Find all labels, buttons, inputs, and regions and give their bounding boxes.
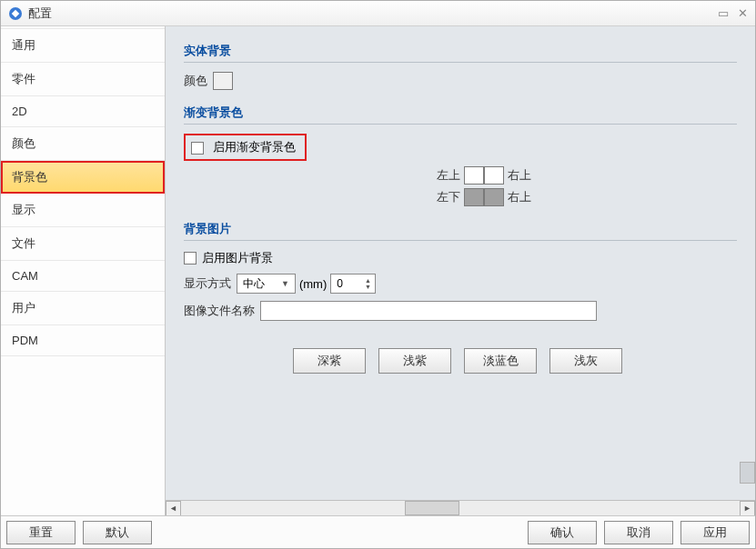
footer-left-buttons: 重置 默认	[6, 521, 152, 544]
label-enable-gradient: 启用渐变背景色	[213, 140, 296, 154]
preset-light-gray[interactable]: 浅灰	[549, 348, 622, 374]
row-enable-image: 启用图片背景	[184, 250, 737, 266]
row-solid-color: 颜色	[184, 72, 737, 90]
scroll-thumb[interactable]	[405, 501, 459, 515]
scroll-track[interactable]	[181, 501, 740, 515]
button-label: 重置	[29, 525, 53, 539]
sidebar-item-2d[interactable]: 2D	[1, 96, 165, 127]
label-enable-image: 启用图片背景	[202, 250, 273, 266]
ok-button[interactable]: 确认	[528, 521, 597, 544]
row-display-mode: 显示方式 中心 ▼ (mm) 0 ▲▼	[184, 274, 737, 294]
label-display-mode: 显示方式	[184, 275, 231, 292]
sidebar-item-label: 背景色	[12, 170, 47, 184]
sidebar-item-label: 通用	[12, 38, 35, 52]
sidebar-item-bgcolor[interactable]: 背景色	[1, 161, 165, 194]
swatch-bottom-right[interactable]	[484, 188, 504, 206]
row-file-name: 图像文件名称	[184, 301, 737, 321]
sidebar-item-label: 2D	[12, 105, 27, 118]
sidebar-item-label: 文件	[12, 236, 35, 250]
spinner-offset-value: 0	[337, 277, 343, 290]
select-display-mode-value: 中心	[243, 276, 265, 292]
config-window: 配置 ▭ ✕ 通用 零件 2D 颜色 背景色 显示 文件 CAM 用户 PDM …	[0, 0, 756, 549]
section-title-gradient: 渐变背景色	[184, 105, 737, 125]
solid-color-swatch[interactable]	[213, 72, 233, 90]
section-title-bgimage: 背景图片	[184, 221, 737, 241]
highlight-enable-gradient: 启用渐变背景色	[184, 134, 307, 161]
button-label: 应用	[703, 525, 727, 539]
preset-light-purple[interactable]: 浅紫	[378, 348, 451, 374]
label-bottom-left: 左下	[429, 189, 460, 205]
content-area: 通用 零件 2D 颜色 背景色 显示 文件 CAM 用户 PDM 实体背景 颜色	[1, 26, 755, 515]
sidebar-item-cam[interactable]: CAM	[1, 261, 165, 292]
section-gradient: 渐变背景色 启用渐变背景色 左上 右上 左下	[184, 105, 737, 206]
swatch-top-right[interactable]	[484, 166, 504, 185]
checkbox-enable-image[interactable]	[184, 252, 197, 265]
sidebar-item-label: 零件	[12, 72, 35, 85]
sidebar-item-parts[interactable]: 零件	[1, 63, 165, 96]
sidebar-item-label: 用户	[12, 301, 35, 314]
preset-label: 浅紫	[403, 354, 427, 367]
footer: 重置 默认 确认 取消 应用	[1, 515, 755, 548]
label-top-right: 右上	[508, 167, 531, 184]
label-unit: (mm)	[299, 277, 327, 291]
vertical-scroll-thumb[interactable]	[740, 462, 755, 484]
titlebar: 配置 ▭ ✕	[1, 1, 755, 26]
chevron-down-icon: ▼	[281, 279, 289, 288]
close-icon[interactable]: ✕	[738, 6, 748, 20]
section-bg-image: 背景图片 启用图片背景 显示方式 中心 ▼ (mm) 0	[184, 221, 737, 374]
corner-row-bottom: 左下 右上	[429, 188, 737, 206]
footer-right-buttons: 确认 取消 应用	[528, 521, 750, 544]
sidebar: 通用 零件 2D 颜色 背景色 显示 文件 CAM 用户 PDM	[1, 26, 165, 515]
sidebar-item-display[interactable]: 显示	[1, 194, 165, 227]
sidebar-item-label: PDM	[12, 334, 38, 347]
sidebar-item-general[interactable]: 通用	[1, 28, 165, 63]
label-bottom-right: 右上	[508, 189, 531, 205]
sidebar-item-label: CAM	[12, 269, 38, 283]
preset-deep-purple[interactable]: 深紫	[293, 348, 366, 374]
preset-label: 浅灰	[574, 354, 598, 367]
button-label: 取消	[627, 525, 650, 539]
sidebar-item-user[interactable]: 用户	[1, 292, 165, 325]
sidebar-item-file[interactable]: 文件	[1, 227, 165, 261]
button-label: 确认	[550, 525, 574, 539]
sidebar-item-pdm[interactable]: PDM	[1, 325, 165, 356]
gradient-corners: 左上 右上 左下 右上	[429, 166, 737, 206]
preset-row: 深紫 浅紫 淡蓝色 浅灰	[293, 348, 737, 374]
spinner-buttons[interactable]: ▲▼	[365, 277, 371, 290]
label-color: 颜色	[184, 73, 207, 89]
sidebar-item-label: 颜色	[12, 136, 35, 150]
swatch-top-left[interactable]	[464, 166, 484, 185]
button-label: 默认	[106, 525, 129, 539]
swatch-bottom-left[interactable]	[464, 188, 484, 206]
spinner-offset[interactable]: 0 ▲▼	[330, 274, 376, 294]
select-display-mode[interactable]: 中心 ▼	[237, 274, 296, 294]
section-title-solid: 实体背景	[184, 43, 737, 63]
scroll-left-button[interactable]: ◄	[166, 501, 181, 516]
window-controls: ▭ ✕	[718, 6, 748, 20]
main-panel: 实体背景 颜色 渐变背景色 启用渐变背景色 左上	[165, 26, 755, 515]
apply-button[interactable]: 应用	[680, 521, 750, 544]
cancel-button[interactable]: 取消	[604, 521, 673, 544]
preset-light-blue[interactable]: 淡蓝色	[464, 348, 537, 374]
minimize-icon[interactable]: ▭	[718, 6, 729, 20]
sidebar-item-color[interactable]: 颜色	[1, 127, 165, 161]
section-solid-bg: 实体背景 颜色	[184, 43, 737, 90]
checkbox-enable-gradient[interactable]	[191, 142, 204, 155]
label-top-left: 左上	[429, 167, 460, 184]
label-file-name: 图像文件名称	[184, 303, 255, 319]
window-title: 配置	[28, 5, 718, 22]
preset-label: 淡蓝色	[483, 354, 519, 367]
preset-label: 深紫	[318, 354, 341, 367]
default-button[interactable]: 默认	[83, 521, 152, 544]
app-icon	[8, 6, 23, 21]
corner-row-top: 左上 右上	[429, 166, 737, 185]
vertical-scrollbar[interactable]	[740, 26, 755, 484]
main-content: 实体背景 颜色 渐变背景色 启用渐变背景色 左上	[166, 26, 755, 500]
scroll-right-button[interactable]: ►	[740, 501, 755, 516]
horizontal-scrollbar[interactable]: ◄ ►	[166, 500, 755, 515]
reset-button[interactable]: 重置	[6, 521, 76, 544]
input-file-name[interactable]	[260, 301, 597, 321]
sidebar-item-label: 显示	[12, 203, 35, 216]
